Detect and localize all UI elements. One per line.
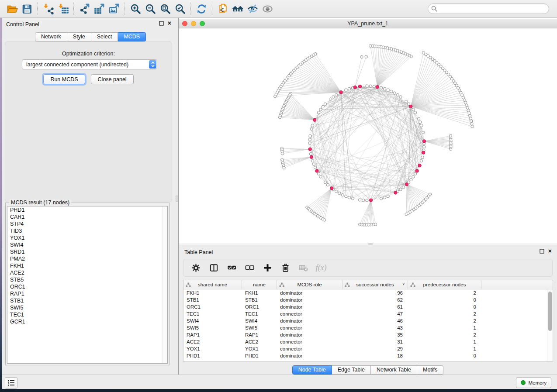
- cell-MCDS-role[interactable]: dominator: [277, 296, 343, 303]
- network-node[interactable]: [421, 156, 424, 158]
- satellite-node[interactable]: [469, 114, 471, 117]
- network-node[interactable]: [332, 96, 335, 98]
- table-row[interactable]: ACE2ACE2connector311: [183, 338, 553, 345]
- network-node[interactable]: [366, 85, 368, 87]
- network-node[interactable]: [366, 199, 368, 202]
- cell-MCDS-role[interactable]: dominator: [277, 352, 343, 359]
- cell-predecessor-nodes[interactable]: 0: [408, 296, 481, 303]
- network-node[interactable]: [387, 195, 389, 198]
- cell-name[interactable]: ACE2: [242, 338, 277, 345]
- network-node[interactable]: [387, 89, 389, 91]
- network-node[interactable]: [335, 93, 338, 96]
- apply-function-button[interactable]: f(x): [315, 261, 328, 275]
- mcds-result-item[interactable]: PHD1: [7, 206, 167, 213]
- cell-MCDS-role[interactable]: dominator: [277, 289, 343, 296]
- satellite-node[interactable]: [469, 117, 472, 120]
- network-node[interactable]: [380, 197, 382, 200]
- column-header-MCDS-role[interactable]: MCDS role: [277, 280, 343, 289]
- selected-mcds-node[interactable]: [376, 85, 379, 88]
- network-node[interactable]: [402, 186, 405, 189]
- export-network-button[interactable]: [77, 2, 92, 16]
- table-row[interactable]: SWI4SWI4dominator462: [183, 317, 553, 324]
- mcds-result-item[interactable]: SRD1: [7, 248, 167, 255]
- tab-network-table[interactable]: Network Table: [371, 365, 417, 375]
- cell-MCDS-role[interactable]: connector: [277, 310, 343, 317]
- network-node[interactable]: [324, 103, 326, 105]
- cell-shared-name[interactable]: FKH1: [183, 289, 242, 296]
- cell-predecessor-nodes[interactable]: 0: [408, 352, 481, 359]
- satellite-node[interactable]: [422, 52, 425, 54]
- cell-shared-name[interactable]: ORC1: [183, 303, 242, 310]
- cell-shared-name[interactable]: YOX1: [183, 345, 242, 352]
- network-node[interactable]: [335, 190, 338, 193]
- network-node[interactable]: [396, 93, 399, 96]
- network-node[interactable]: [317, 111, 320, 114]
- network-node[interactable]: [309, 152, 312, 155]
- network-node[interactable]: [380, 86, 382, 89]
- network-node[interactable]: [341, 193, 344, 196]
- delete-rows-button[interactable]: [279, 261, 292, 275]
- run-mcds-button[interactable]: Run MCDS: [43, 74, 85, 84]
- hide-selected-button[interactable]: [245, 2, 260, 16]
- network-node[interactable]: [351, 197, 354, 200]
- satellite-node[interactable]: [369, 45, 372, 47]
- satellite-node[interactable]: [429, 193, 431, 196]
- table-row[interactable]: STB1STB1dominator620: [183, 296, 553, 303]
- search-input[interactable]: [428, 3, 549, 14]
- delete-table-button[interactable]: [297, 261, 310, 275]
- selected-mcds-node[interactable]: [422, 151, 425, 154]
- cell-name[interactable]: RAP1: [242, 331, 277, 338]
- network-node[interactable]: [310, 127, 313, 130]
- network-node[interactable]: [348, 87, 350, 90]
- cell-shared-name[interactable]: RAP1: [183, 331, 242, 338]
- mcds-result-item[interactable]: STP4: [7, 220, 167, 227]
- vertical-splitter[interactable]: [176, 18, 179, 375]
- satellite-node[interactable]: [323, 219, 325, 221]
- network-node[interactable]: [383, 87, 386, 90]
- import-table-button[interactable]: [55, 2, 70, 16]
- mcds-result-item[interactable]: RAP1: [7, 290, 167, 297]
- cell-name[interactable]: TEC1: [242, 310, 277, 317]
- show-all-button[interactable]: [260, 2, 275, 16]
- column-header-shared-name[interactable]: shared name: [183, 280, 242, 289]
- cell-MCDS-role[interactable]: connector: [277, 338, 343, 345]
- cell-successor-nodes[interactable]: 18: [343, 352, 408, 359]
- float-table-panel-icon[interactable]: [540, 249, 544, 254]
- network-node[interactable]: [308, 142, 311, 144]
- memory-button[interactable]: Memory: [516, 377, 551, 388]
- close-panel-icon[interactable]: ×: [168, 21, 171, 26]
- cell-successor-nodes[interactable]: 47: [343, 310, 408, 317]
- cell-predecessor-nodes[interactable]: 1: [408, 345, 481, 352]
- tab-node-table[interactable]: Node Table: [292, 365, 332, 375]
- satellite-node[interactable]: [467, 109, 470, 112]
- cell-successor-nodes[interactable]: 61: [343, 303, 408, 310]
- open-file-button[interactable]: [4, 2, 19, 16]
- import-network-button[interactable]: [41, 2, 55, 16]
- cell-predecessor-nodes[interactable]: 1: [408, 324, 481, 331]
- cell-predecessor-nodes[interactable]: 2: [408, 289, 481, 296]
- task-history-button[interactable]: [5, 377, 17, 389]
- float-panel-icon[interactable]: [159, 21, 164, 26]
- selected-mcds-node[interactable]: [369, 199, 372, 202]
- table-row[interactable]: RAP1RAP1dominator352: [183, 331, 553, 338]
- close-panel-button[interactable]: Close panel: [91, 74, 134, 84]
- mcds-result-item[interactable]: YOX1: [7, 234, 167, 241]
- cell-predecessor-nodes[interactable]: 1: [408, 338, 481, 345]
- network-node[interactable]: [383, 196, 386, 199]
- cell-shared-name[interactable]: ACE2: [183, 338, 242, 345]
- network-node[interactable]: [414, 111, 416, 114]
- network-node[interactable]: [414, 172, 416, 175]
- mcds-result-item[interactable]: SWI5: [7, 304, 167, 311]
- network-node[interactable]: [319, 175, 322, 178]
- add-row-button[interactable]: [261, 261, 274, 275]
- cell-shared-name[interactable]: STB1: [183, 296, 242, 303]
- cell-MCDS-role[interactable]: connector: [277, 345, 343, 352]
- network-node[interactable]: [308, 138, 311, 141]
- selected-mcds-node[interactable]: [315, 169, 318, 172]
- selected-mcds-node[interactable]: [358, 85, 361, 88]
- satellite-node[interactable]: [278, 116, 281, 119]
- table-row[interactable]: ORC1ORC1dominator610: [183, 303, 553, 310]
- cell-name[interactable]: STB1: [242, 296, 277, 303]
- tab-edge-table[interactable]: Edge Table: [332, 365, 371, 375]
- network-node[interactable]: [348, 196, 350, 199]
